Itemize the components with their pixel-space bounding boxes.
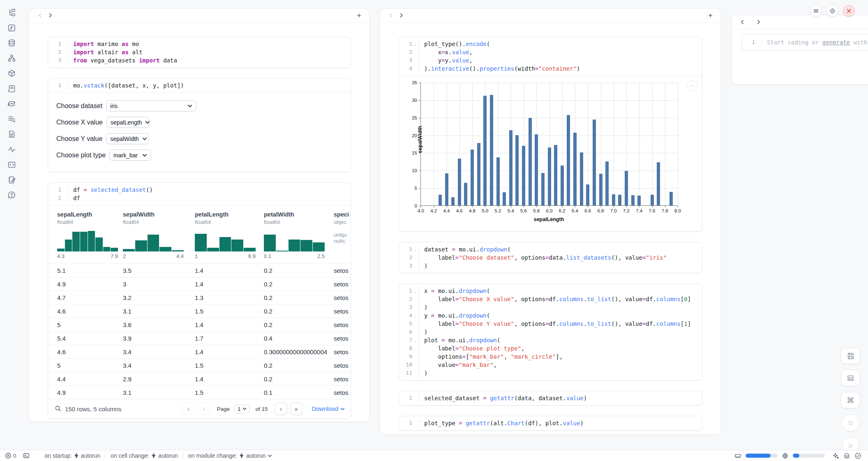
column-prev-button[interactable] (35, 12, 45, 19)
y-tick (419, 136, 421, 136)
stop-button[interactable] (842, 414, 859, 431)
menu-button[interactable] (810, 5, 822, 17)
column-type: objec (334, 219, 351, 225)
code-text: df (68, 194, 80, 202)
layout-button[interactable] (841, 370, 860, 386)
chart-menu-button[interactable]: ⋯ (687, 80, 698, 91)
column-meta-line: nulls: (334, 238, 351, 244)
line-number: 2 (399, 254, 414, 262)
histogram-bar (80, 232, 88, 251)
next-page-button[interactable]: › (275, 403, 287, 415)
code-editor[interactable]: 1import marimo as mo2import altair as al… (48, 37, 351, 67)
y-select[interactable]: sepalWidth (106, 133, 149, 144)
terminal-button[interactable] (23, 452, 30, 459)
table-cell: 4.9 (57, 389, 123, 396)
connection-status-button[interactable] (854, 452, 861, 459)
x-select[interactable]: sepalLength (106, 117, 149, 128)
ai-sparkle-button[interactable] (832, 452, 839, 459)
code-text: plot_type().encode( (419, 40, 490, 48)
sidebar-item-datasources[interactable] (7, 38, 16, 48)
dependencies-icon (7, 54, 16, 62)
table-cell: 1.4 (195, 376, 264, 383)
column-next-button[interactable] (396, 12, 406, 19)
add-column-button[interactable]: + (706, 10, 715, 21)
sidebar-item-chat[interactable] (7, 99, 16, 108)
fold-chevron-icon[interactable]: ⌄ (415, 337, 417, 345)
column-prev-button[interactable] (386, 12, 396, 19)
code-line: 2import altair as alt (48, 48, 351, 56)
code-editor[interactable]: 1 Start coding or generate with (742, 35, 868, 50)
sidebar-item-help[interactable] (7, 190, 16, 200)
sidebar-item-functions[interactable] (7, 23, 16, 32)
sidebar-item-logs[interactable] (7, 83, 16, 93)
sidebar-item-scratchpad[interactable] (7, 175, 16, 184)
page-select[interactable]: 1 (234, 405, 250, 413)
sidebar-item-file-tree[interactable] (7, 7, 16, 17)
ai-assistant-button[interactable] (843, 452, 850, 459)
table-cell: 1.5 (195, 389, 264, 396)
dropdown-controls: Choose datasetirisChoose X valuesepalLen… (48, 93, 351, 172)
table-cell: setos (334, 281, 351, 288)
generate-with-ai-link[interactable]: generate (822, 39, 850, 46)
cell-dataset-dropdown: 1⌄dataset = mo.ui.dropdown(2 label="Choo… (399, 242, 702, 273)
shutdown-button[interactable] (843, 5, 855, 17)
sidebar-item-dependencies[interactable] (7, 53, 16, 63)
save-button[interactable] (841, 348, 860, 364)
sidebar-item-tracing[interactable] (7, 144, 16, 154)
run-config-3[interactable]: on module change:autorun (187, 452, 274, 459)
settings-button[interactable] (826, 5, 838, 17)
column-meta: uniqunulls: (334, 232, 351, 244)
code-text: ) (419, 262, 427, 270)
search-icon[interactable] (55, 405, 61, 413)
histogram-bar (172, 250, 184, 251)
x-tick-label: 6.8 (598, 208, 604, 213)
ram-icon (734, 452, 741, 459)
x-tick-label: 4.6 (456, 208, 463, 213)
chevron-down-icon (187, 104, 192, 108)
prev-page-button[interactable]: ‹ (197, 403, 210, 415)
column-next-button[interactable] (45, 12, 55, 19)
last-page-button[interactable]: » (290, 403, 302, 415)
sidebar-item-packages[interactable] (7, 68, 16, 78)
add-column-button[interactable]: + (354, 10, 364, 21)
fold-chevron-icon[interactable]: ⌄ (415, 312, 417, 320)
histogram-range: 4.37.9 (57, 253, 118, 259)
sidebar-item-documentation[interactable] (7, 114, 16, 124)
control-row: Choose datasetiris (56, 100, 342, 111)
histogram-bar (244, 248, 256, 251)
error-circle-icon (5, 452, 12, 459)
code-editor[interactable]: 1selected_dataset = getattr(data, datase… (399, 391, 702, 405)
histogram-bars (57, 230, 118, 251)
code-editor[interactable]: 1mo.vstack([dataset, x, y, plot]) (48, 78, 351, 92)
column-next-button[interactable] (753, 18, 764, 25)
dataset-select[interactable]: iris (106, 100, 196, 111)
code-editor[interactable]: 1⌄x = mo.ui.dropdown(2 label="Choose X v… (399, 284, 702, 380)
sidebar-item-code[interactable] (7, 159, 16, 169)
code-editor[interactable]: 1df = selected_dataset()2df (48, 183, 351, 205)
column-prev-button[interactable] (737, 18, 748, 25)
table-cell: 5.4 (57, 335, 123, 342)
code-editor[interactable]: 1plot_type = getattr(alt.Chart(df), plot… (399, 416, 702, 430)
code-editor[interactable]: 1⌄dataset = mo.ui.dropdown(2 label="Choo… (399, 242, 702, 273)
run-config-2[interactable]: on cell change:autorun (109, 452, 180, 459)
code-editor[interactable]: 1⌄plot_type().encode(2 x=x.value,3 y=y.v… (399, 37, 702, 76)
download-button[interactable]: Download (312, 406, 345, 412)
errors-indicator[interactable]: 0 (5, 452, 16, 459)
table-cell: 1.5 (195, 362, 264, 369)
chart-bar (618, 195, 621, 205)
fold-chevron-icon[interactable]: ⌄ (415, 40, 417, 48)
notebook-column-1: + 1import marimo as mo2import altair as … (29, 8, 370, 422)
chevron-down-icon (340, 407, 345, 411)
sidebar-item-snippets[interactable] (7, 129, 16, 139)
column-meta-line: uniqu (334, 232, 351, 238)
chart-bar (599, 174, 603, 205)
fold-chevron-icon[interactable]: ⌄ (415, 287, 417, 295)
close-icon (846, 8, 852, 14)
run-config-1[interactable]: on startup:autorun (43, 452, 102, 459)
plot-type-select[interactable]: mark_bar (109, 150, 151, 161)
histogram-min: 0.1 (264, 253, 271, 259)
histogram-bar (289, 240, 300, 251)
fold-chevron-icon[interactable]: ⌄ (415, 246, 417, 254)
command-palette-button[interactable]: ⌘ (841, 392, 860, 408)
first-page-button[interactable]: « (182, 403, 194, 415)
